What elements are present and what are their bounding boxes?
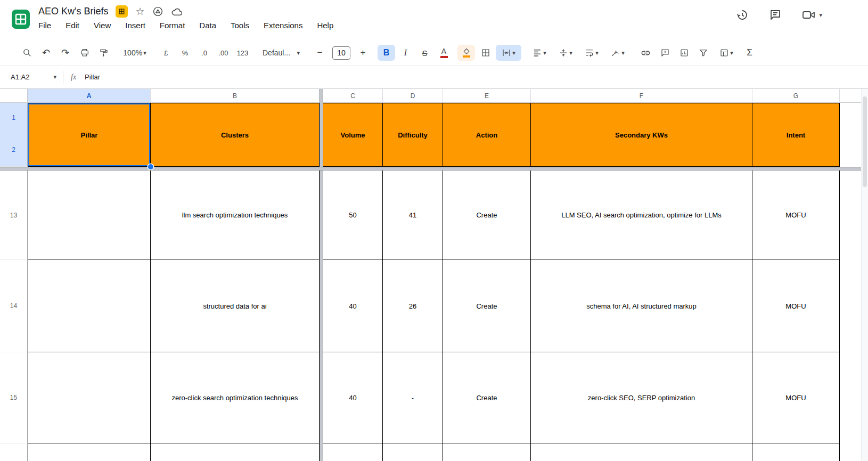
cell-g16[interactable] xyxy=(752,443,840,461)
column-header-d[interactable]: D xyxy=(383,89,443,103)
cell-b14[interactable]: structured data for ai xyxy=(151,260,320,352)
cell-c14[interactable]: 40 xyxy=(323,260,383,352)
column-header-e[interactable]: E xyxy=(443,89,531,103)
bold-button[interactable]: B xyxy=(378,45,395,61)
increase-font-size-button[interactable]: + xyxy=(354,45,372,61)
cell-g13[interactable]: MOFU xyxy=(752,171,840,260)
cell-a1-pillar[interactable]: Pillar xyxy=(28,103,151,167)
cell-f13[interactable]: LLM SEO, AI search optimization, optimiz… xyxy=(531,171,752,260)
cell-a14[interactable] xyxy=(28,260,151,352)
meet-dropdown-chevron-icon[interactable]: ▾ xyxy=(819,12,822,19)
column-header-b[interactable]: B xyxy=(151,89,320,103)
cell-b16[interactable] xyxy=(151,443,320,461)
cell-c1-volume[interactable]: Volume xyxy=(323,103,383,167)
cell-g15[interactable]: MOFU xyxy=(752,352,840,443)
insert-comment-button[interactable] xyxy=(656,45,674,61)
borders-button[interactable] xyxy=(477,45,494,61)
cell-d15[interactable]: - xyxy=(383,352,443,443)
insert-chart-button[interactable] xyxy=(675,45,693,61)
select-all-corner[interactable] xyxy=(0,89,28,103)
cell-e15[interactable]: Create xyxy=(443,352,531,443)
cell-e14[interactable]: Create xyxy=(443,260,531,352)
cell-f16[interactable] xyxy=(531,443,752,461)
version-history-icon[interactable] xyxy=(736,9,749,21)
zoom-selector[interactable]: 100%▾ xyxy=(118,45,151,61)
name-box[interactable]: A1:A2 ▾ xyxy=(0,73,63,81)
frozen-column-divider[interactable] xyxy=(320,260,323,352)
cell-f14[interactable]: schema for AI, AI structured markup xyxy=(531,260,752,352)
decrease-font-size-button[interactable]: − xyxy=(311,45,329,61)
cell-d14[interactable]: 26 xyxy=(383,260,443,352)
cell-a16[interactable] xyxy=(28,443,151,461)
currency-format-button[interactable]: £ xyxy=(157,45,175,61)
undo-button[interactable]: ↶ xyxy=(37,45,55,61)
text-rotation-button[interactable]: A ▾ xyxy=(605,45,630,61)
decrease-decimal-button[interactable]: .0 xyxy=(195,45,213,61)
cell-d16[interactable] xyxy=(383,443,443,461)
merge-cells-button[interactable]: ▾ xyxy=(496,45,521,61)
more-formats-button[interactable]: 123 xyxy=(234,45,251,61)
frozen-column-divider[interactable] xyxy=(320,103,323,167)
menu-help[interactable]: Help xyxy=(317,21,333,30)
table-views-button[interactable]: ▾ xyxy=(714,45,739,61)
row-header-16[interactable] xyxy=(0,443,28,461)
menu-tools[interactable]: Tools xyxy=(231,21,249,30)
menu-extensions[interactable]: Extensions xyxy=(264,21,302,30)
cell-f15[interactable]: zero-click SEO, SERP optimization xyxy=(531,352,752,443)
functions-button[interactable]: Σ xyxy=(741,45,758,61)
column-header-c[interactable]: C xyxy=(323,89,383,103)
document-title[interactable]: AEO Kw's Briefs xyxy=(38,6,108,17)
frozen-column-divider[interactable] xyxy=(320,352,323,443)
star-icon[interactable]: ☆ xyxy=(135,6,144,17)
increase-decimal-button[interactable]: .00 xyxy=(215,45,232,61)
cell-b13[interactable]: llm search optimization techniques xyxy=(151,171,320,260)
cell-c16[interactable] xyxy=(323,443,383,461)
menu-edit[interactable]: Edit xyxy=(65,21,79,30)
cell-b1-clusters[interactable]: Clusters xyxy=(151,103,320,167)
cell-c15[interactable]: 40 xyxy=(323,352,383,443)
create-filter-button[interactable] xyxy=(694,45,712,61)
selection-fill-handle[interactable] xyxy=(148,164,153,169)
vertical-scrollbar[interactable] xyxy=(861,89,868,461)
sheets-logo-icon[interactable] xyxy=(10,8,32,30)
menu-view[interactable]: View xyxy=(94,21,111,30)
cell-a15[interactable] xyxy=(28,352,151,443)
comments-icon[interactable] xyxy=(769,9,782,21)
italic-button[interactable]: I xyxy=(397,45,414,61)
row-header-13[interactable]: 13 xyxy=(0,171,28,260)
cell-e13[interactable]: Create xyxy=(443,171,531,260)
font-size-input[interactable] xyxy=(332,46,350,60)
frozen-column-divider[interactable] xyxy=(320,443,323,461)
cell-g1-intent[interactable]: Intent xyxy=(752,103,840,167)
redo-button[interactable]: ↷ xyxy=(56,45,74,61)
column-header-a[interactable]: A xyxy=(28,89,151,103)
scrollbar-thumb[interactable] xyxy=(863,96,867,187)
text-color-button[interactable]: A xyxy=(435,45,453,61)
row-header-14[interactable]: 14 xyxy=(0,260,28,352)
fill-color-button[interactable] xyxy=(457,45,475,61)
horizontal-align-button[interactable]: ▾ xyxy=(527,45,552,61)
cell-e16[interactable] xyxy=(443,443,531,461)
menu-data[interactable]: Data xyxy=(199,21,216,30)
insert-link-button[interactable] xyxy=(637,45,654,61)
print-button[interactable] xyxy=(76,45,93,61)
cell-e1-action[interactable]: Action xyxy=(443,103,531,167)
column-header-f[interactable]: F xyxy=(531,89,752,103)
cell-g14[interactable]: MOFU xyxy=(752,260,840,352)
row-header-2[interactable]: 2 xyxy=(0,133,28,167)
cell-d13[interactable]: 41 xyxy=(383,171,443,260)
text-wrap-button[interactable]: ▾ xyxy=(579,45,604,61)
cell-f1-secondary-kws[interactable]: Secondary KWs xyxy=(531,103,752,167)
cell-c13[interactable]: 50 xyxy=(323,171,383,260)
cell-a13[interactable] xyxy=(28,171,151,260)
strikethrough-button[interactable]: S xyxy=(416,45,433,61)
percent-format-button[interactable]: % xyxy=(176,45,194,61)
row-header-1[interactable]: 1 xyxy=(0,103,28,133)
frozen-row-divider[interactable] xyxy=(0,167,868,171)
frozen-column-divider[interactable] xyxy=(320,89,323,103)
frozen-column-divider[interactable] xyxy=(320,171,323,260)
search-button[interactable] xyxy=(18,45,36,61)
vertical-align-button[interactable]: ▾ xyxy=(553,45,578,61)
menu-insert[interactable]: Insert xyxy=(125,21,145,30)
cell-d1-difficulty[interactable]: Difficulty xyxy=(383,103,443,167)
